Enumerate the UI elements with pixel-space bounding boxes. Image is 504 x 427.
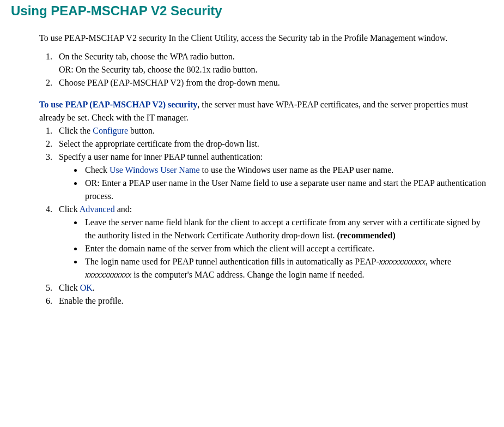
configure-link: Configure bbox=[93, 126, 128, 135]
placeholder-mac: xxxxxxxxxxxx bbox=[85, 270, 131, 279]
bullet-item: Enter the domain name of the server from… bbox=[83, 242, 493, 255]
bullet-list: Check Use Windows User Name to use the W… bbox=[59, 164, 493, 203]
subheading-paragraph: To use PEAP (EAP-MSCHAP V2) security, th… bbox=[39, 98, 493, 124]
intro-paragraph: To use PEAP-MSCHAP V2 security In the Cl… bbox=[39, 32, 493, 45]
bullet-item: OR: Enter a PEAP user name in the User N… bbox=[83, 177, 493, 203]
list-item: Click Advanced and: Leave the server nam… bbox=[54, 203, 493, 281]
bullet-text: is the computer's MAC address. Change th… bbox=[131, 270, 364, 279]
list-item: Select the appropriate certificate from … bbox=[54, 137, 493, 151]
list-item: Click OK. bbox=[54, 281, 493, 294]
subheading-emphasis: To use PEAP (EAP-MSCHAP V2) security bbox=[39, 100, 197, 109]
use-windows-user-name-link: Use Windows User Name bbox=[110, 165, 200, 175]
placeholder-mac: xxxxxxxxxxxx bbox=[379, 257, 426, 266]
list-text: and: bbox=[115, 205, 132, 214]
page-heading: Using PEAP-MSCHAP V2 Security bbox=[11, 0, 493, 21]
list-text: OR: On the Security tab, choose the 802.… bbox=[59, 65, 257, 74]
list-text: . bbox=[93, 283, 95, 292]
list-text: Click bbox=[59, 205, 80, 214]
list-item: Specify a user name for inner PEAP tunne… bbox=[54, 151, 493, 203]
first-ordered-list: On the Security tab, choose the WPA radi… bbox=[39, 50, 493, 89]
second-ordered-list: Click the Configure button. Select the a… bbox=[39, 124, 493, 308]
recommended-label: (recommended) bbox=[337, 231, 396, 240]
advanced-link: Advanced bbox=[80, 205, 115, 214]
bullet-item: Check Use Windows User Name to use the W… bbox=[83, 164, 493, 177]
list-text: Specify a user name for inner PEAP tunne… bbox=[59, 152, 263, 161]
list-item: Click the Configure button. bbox=[54, 124, 493, 137]
bullet-item: The login name used for PEAP tunnel auth… bbox=[83, 255, 493, 281]
list-text: button. bbox=[128, 126, 155, 135]
list-text: Click bbox=[59, 283, 80, 292]
bullet-text: , where bbox=[426, 257, 451, 266]
bullet-text: to use the Windows user name as the PEAP… bbox=[200, 165, 394, 175]
ok-link: OK bbox=[80, 283, 93, 292]
bullet-item: Leave the server name field blank for th… bbox=[83, 216, 493, 242]
list-text: On the Security tab, choose the WPA radi… bbox=[59, 52, 235, 61]
list-item: Enable the profile. bbox=[54, 294, 493, 308]
bullet-text: Leave the server name field blank for th… bbox=[85, 218, 481, 240]
list-item: Choose PEAP (EAP-MSCHAP V2) from the dro… bbox=[54, 76, 493, 89]
bullet-text: The login name used for PEAP tunnel auth… bbox=[85, 257, 379, 266]
list-item: On the Security tab, choose the WPA radi… bbox=[54, 50, 493, 76]
bullet-list: Leave the server name field blank for th… bbox=[59, 216, 493, 281]
list-text: Click the bbox=[59, 126, 93, 135]
bullet-text: Check bbox=[85, 165, 110, 175]
